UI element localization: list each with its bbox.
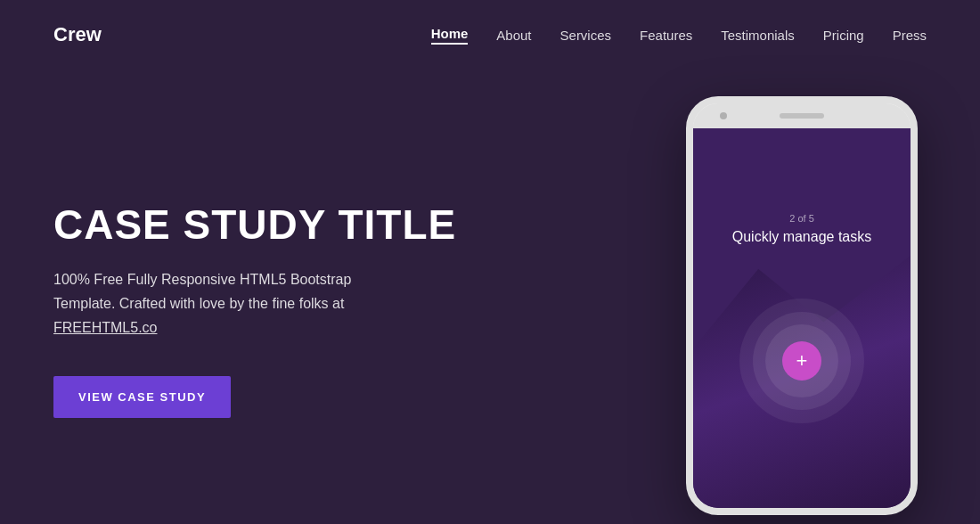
phone-speaker	[780, 113, 824, 119]
hero-link[interactable]: FREEHTML5.co	[53, 320, 157, 335]
site-logo: Crew	[53, 23, 102, 46]
phone-counter: 2 of 5	[789, 213, 814, 224]
hero-text-block: CASE STUDY TITLE 100% Free Fully Respons…	[53, 202, 456, 417]
phone-add-button[interactable]: +	[782, 341, 821, 381]
phone-mockup: 2 of 5 Quickly manage tasks +	[659, 96, 944, 524]
phone-top-bar	[693, 103, 911, 128]
phone-screen-text: Quickly manage tasks	[732, 229, 872, 245]
hero-title: CASE STUDY TITLE	[53, 202, 456, 248]
phone-camera	[720, 112, 727, 119]
nav-item-press[interactable]: Press	[893, 28, 927, 43]
site-header: Crew Home About Services Features Testim…	[0, 0, 980, 70]
hero-description: 100% Free Fully Responsive HTML5 Bootstr…	[53, 267, 456, 340]
nav-item-services[interactable]: Services	[560, 28, 612, 43]
phone-frame: 2 of 5 Quickly manage tasks +	[686, 96, 918, 515]
hero-section: CASE STUDY TITLE 100% Free Fully Respons…	[0, 70, 980, 524]
plus-icon: +	[796, 349, 808, 373]
nav-item-testimonials[interactable]: Testimonials	[721, 28, 795, 43]
phone-screen: 2 of 5 Quickly manage tasks +	[693, 128, 911, 508]
nav-item-home[interactable]: Home	[431, 26, 469, 45]
phone-circles: +	[739, 299, 864, 423]
nav-item-about[interactable]: About	[496, 28, 531, 43]
main-nav: Home About Services Features Testimonial…	[431, 26, 927, 45]
nav-item-pricing[interactable]: Pricing	[823, 28, 864, 43]
view-case-study-button[interactable]: VIEW CASE STUDY	[53, 376, 231, 418]
nav-item-features[interactable]: Features	[640, 28, 692, 43]
